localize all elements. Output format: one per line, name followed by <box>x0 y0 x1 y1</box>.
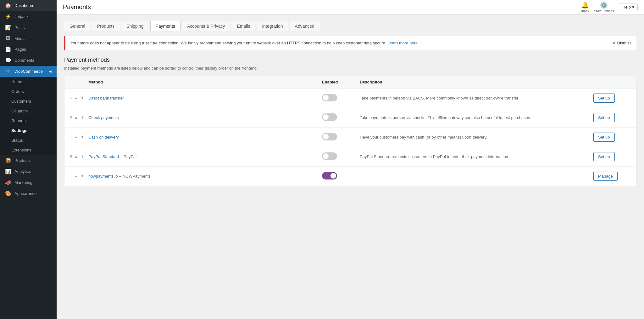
tab-accounts-privacy[interactable]: Accounts & Privacy <box>182 21 230 31</box>
drag-handle-icon[interactable]: ≡ <box>69 154 72 159</box>
toggle-switch[interactable] <box>322 133 337 140</box>
inbox-icon: 🔔 <box>581 1 589 9</box>
media-icon: 🖼 <box>5 36 11 41</box>
sidebar-item-label: Products <box>14 158 31 163</box>
dashboard-icon: 🏠 <box>5 3 11 9</box>
setup-button[interactable]: Set up <box>593 94 615 103</box>
method-cell: Check payments <box>88 115 322 120</box>
header-method: Method <box>88 80 322 84</box>
table-row: ≡ ▲ ▼ Check payments Take payments in pe… <box>64 108 636 128</box>
method-link[interactable]: PayPal Standard <box>88 154 119 159</box>
posts-icon: 📝 <box>5 25 11 31</box>
sidebar-item-analytics[interactable]: 📊 Analytics <box>0 166 57 177</box>
drag-handle-icon[interactable]: ≡ <box>69 115 72 120</box>
sidebar-item-orders[interactable]: Orders <box>0 87 57 96</box>
enabled-cell <box>322 94 360 102</box>
method-cell: Direct bank transfer <box>88 96 322 100</box>
store-settings-button[interactable]: ⚙️ Store Settings <box>594 1 614 13</box>
sidebar-item-customers[interactable]: Customers <box>0 96 57 106</box>
sidebar-item-coupons[interactable]: Coupons <box>0 106 57 116</box>
sidebar-item-reports[interactable]: Reports <box>0 116 57 126</box>
tab-products[interactable]: Products <box>92 21 120 31</box>
sidebar-item-comments[interactable]: 💬 Comments <box>0 55 57 66</box>
method-cell: PayPal Standard – PayPal <box>88 154 322 159</box>
method-cell: nowpayments.io – NOWPayments <box>88 174 322 179</box>
sidebar-item-status[interactable]: Status <box>0 135 57 145</box>
setup-button[interactable]: Set up <box>593 113 615 122</box>
sidebar-item-extensions[interactable]: Extensions <box>0 145 57 155</box>
sidebar-item-media[interactable]: 🖼 Media <box>0 33 57 44</box>
sidebar-item-appearance[interactable]: 🎨 Appearance <box>0 188 57 199</box>
help-chevron-icon: ▾ <box>632 5 634 9</box>
header-description: Description <box>360 80 593 84</box>
tab-shipping[interactable]: Shipping <box>121 21 149 31</box>
sidebar-item-products[interactable]: 📦 Products <box>0 155 57 166</box>
drag-controls: ≡ ▲ ▼ <box>69 173 88 179</box>
method-link[interactable]: nowpayments.io <box>88 174 118 179</box>
sort-up-button[interactable]: ▲ <box>74 95 79 101</box>
method-link[interactable]: Check payments <box>88 115 119 120</box>
section-description: Installed payment methods are listed bel… <box>64 66 636 71</box>
toggle-switch[interactable] <box>322 152 337 160</box>
pages-icon: 📄 <box>5 46 11 52</box>
https-notice: Your store does not appear to be using a… <box>64 36 636 50</box>
setup-button[interactable]: Set up <box>593 133 615 142</box>
sidebar-item-pages[interactable]: 📄 Pages <box>0 44 57 55</box>
sidebar-item-dashboard[interactable]: 🏠 Dashboard <box>0 0 57 11</box>
method-link[interactable]: Direct bank transfer <box>88 96 124 100</box>
sort-down-button[interactable]: ▼ <box>80 173 85 179</box>
sort-up-button[interactable]: ▲ <box>74 134 79 140</box>
drag-handle-icon[interactable]: ≡ <box>69 134 72 140</box>
toggle-switch[interactable] <box>322 94 337 101</box>
sort-down-button[interactable]: ▼ <box>80 134 85 140</box>
table-row: ≡ ▲ ▼ Direct bank transfer Take payments… <box>64 88 636 108</box>
sidebar-item-marketing[interactable]: 📣 Marketing <box>0 177 57 188</box>
header-enabled: Enabled <box>322 80 360 84</box>
action-cell: Set up <box>593 152 631 161</box>
settings-label: Settings <box>11 128 27 133</box>
sidebar-item-settings[interactable]: Settings <box>0 126 57 135</box>
page-title: Payments <box>63 3 91 11</box>
tab-integration[interactable]: Integration <box>257 21 288 31</box>
tab-payments[interactable]: Payments <box>150 21 180 31</box>
section-title: Payment methods <box>64 57 636 63</box>
drag-handle-icon[interactable]: ≡ <box>69 173 72 179</box>
store-settings-icon: ⚙️ <box>600 1 608 9</box>
marketing-icon: 📣 <box>5 179 11 185</box>
sidebar-item-jetpack[interactable]: ⚡ Jetpack <box>0 11 57 22</box>
tab-advanced[interactable]: Advanced <box>290 21 320 31</box>
inbox-button[interactable]: 🔔 Inbox <box>581 1 589 13</box>
sidebar-item-home[interactable]: Home <box>0 77 57 87</box>
method-link[interactable]: Cash on delivery <box>88 135 119 140</box>
topbar: Payments 🔔 Inbox ⚙️ Store Settings Help … <box>57 0 644 14</box>
orders-label: Orders <box>11 89 24 94</box>
toggle-slider <box>322 94 337 101</box>
status-label: Status <box>11 138 23 143</box>
sort-down-button[interactable]: ▼ <box>80 154 85 159</box>
setup-button[interactable]: Set up <box>593 152 615 161</box>
sort-down-button[interactable]: ▼ <box>80 95 85 101</box>
sort-up-button[interactable]: ▲ <box>74 173 79 179</box>
sidebar-item-posts[interactable]: 📝 Posts <box>0 22 57 33</box>
toggle-switch[interactable] <box>322 113 337 121</box>
header-action <box>593 80 631 84</box>
sidebar-item-woocommerce[interactable]: 🛒 WooCommerce ◀ <box>0 66 57 77</box>
sort-up-button[interactable]: ▲ <box>74 154 79 159</box>
home-label: Home <box>11 79 22 84</box>
help-button[interactable]: Help ▾ <box>619 3 638 11</box>
sidebar-item-label: Pages <box>14 47 26 52</box>
notice-dismiss-button[interactable]: ✕ Dismiss <box>613 40 632 47</box>
toggle-switch[interactable] <box>322 172 337 179</box>
sidebar-item-label: Jetpack <box>14 14 29 19</box>
enabled-cell <box>322 113 360 122</box>
manage-button[interactable]: Manage <box>593 172 618 181</box>
description-cell: Take payments in person via checks. This… <box>360 115 593 121</box>
description-cell: Take payments in person via BACS. More c… <box>360 95 593 101</box>
tab-emails[interactable]: Emails <box>231 21 255 31</box>
sort-up-button[interactable]: ▲ <box>74 115 79 120</box>
sort-down-button[interactable]: ▼ <box>80 115 85 120</box>
settings-tabs: General Products Shipping Payments Accou… <box>64 21 636 31</box>
tab-general[interactable]: General <box>64 21 91 31</box>
notice-link[interactable]: Learn more here. <box>387 41 419 45</box>
drag-handle-icon[interactable]: ≡ <box>69 95 72 101</box>
